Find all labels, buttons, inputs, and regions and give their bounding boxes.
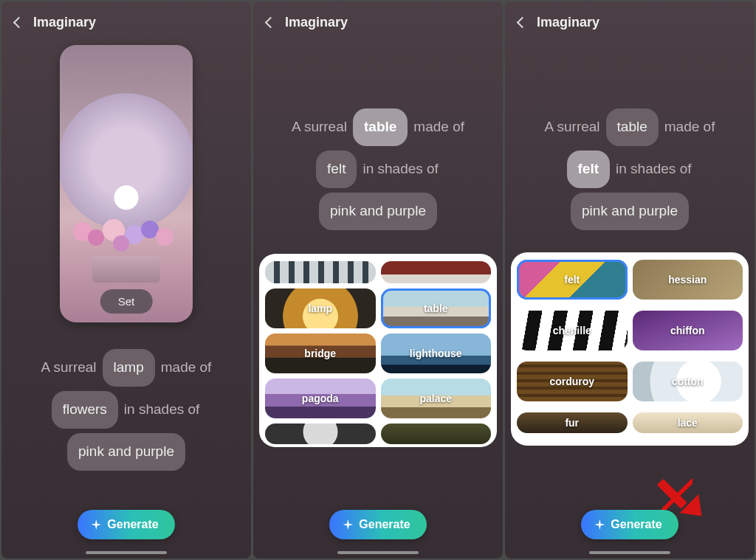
option-table[interactable]: table [381, 288, 492, 328]
home-indicator [86, 551, 167, 554]
option-partial[interactable] [265, 261, 376, 283]
prompt-sentence: A surreal table made of felt in shades o… [253, 108, 503, 230]
prompt-text: A surreal [290, 112, 348, 142]
option-label: lamp [308, 303, 332, 314]
prompt-text: made of [159, 353, 213, 383]
option-label: pagoda [302, 393, 339, 404]
option-label: cotton [672, 376, 704, 387]
back-icon[interactable] [517, 17, 529, 29]
screen-subject-picker: Imaginary A surreal table made of felt i… [253, 1, 503, 559]
option-fur[interactable]: fur [517, 412, 628, 433]
option-hessian[interactable]: hessian [633, 260, 743, 300]
option-bridge[interactable]: bridge [265, 333, 376, 373]
option-chenille[interactable]: chenille [517, 311, 628, 350]
app-title: Imaginary [285, 15, 348, 30]
prompt-text: made of [663, 112, 717, 142]
generate-button[interactable]: Generate [78, 510, 174, 539]
option-palace[interactable]: palace [381, 378, 492, 418]
prompt-sentence: A surreal table made of felt in shades o… [505, 108, 755, 230]
prompt-text: made of [412, 112, 466, 142]
option-corduroy[interactable]: corduroy [517, 362, 628, 401]
option-label: lighthouse [410, 348, 462, 359]
header: Imaginary [505, 1, 755, 38]
prompt-text: A surreal [543, 112, 602, 142]
option-cotton[interactable]: cotton [633, 362, 743, 401]
screen-material-picker: Imaginary A surreal table made of felt i… [505, 1, 755, 559]
option-label: chiffon [670, 325, 705, 336]
option-label: table [424, 303, 448, 314]
pill-material[interactable]: flowers [52, 391, 118, 429]
option-partial[interactable] [381, 424, 492, 444]
sparkle-icon [343, 519, 353, 530]
header: Imaginary [253, 1, 503, 38]
pill-colors[interactable]: pink and purple [319, 193, 437, 230]
pill-material[interactable]: felt [567, 151, 611, 188]
option-label: chenille [553, 325, 591, 336]
prompt-text: in shades of [614, 154, 693, 184]
pill-colors[interactable]: pink and purple [67, 433, 185, 471]
option-label: felt [564, 274, 580, 286]
prompt-sentence: A surreal lamp made of flowers in shades… [1, 349, 251, 471]
option-label: corduroy [549, 376, 594, 387]
option-label: palace [419, 393, 452, 404]
prompt-text: A surreal [40, 353, 98, 383]
option-partial[interactable] [381, 261, 492, 283]
generate-label: Generate [359, 518, 410, 531]
back-icon[interactable] [13, 17, 25, 29]
option-pagoda[interactable]: pagoda [265, 378, 376, 418]
option-felt[interactable]: felt [517, 260, 628, 300]
pill-colors[interactable]: pink and purple [571, 193, 689, 230]
material-option-grid: felt hessian chenille chiffon corduroy c… [511, 252, 749, 446]
generate-button[interactable]: Generate [329, 510, 426, 539]
sparkle-icon [91, 519, 101, 530]
option-label: bridge [304, 348, 336, 359]
option-label: fur [565, 417, 579, 429]
option-label: hessian [668, 274, 707, 286]
option-lace[interactable]: lace [633, 412, 743, 433]
subject-option-grid: lamp table bridge lighthouse pagoda pala… [259, 254, 497, 447]
generate-button[interactable]: Generate [581, 510, 678, 539]
sparkle-icon [594, 519, 605, 530]
generate-label: Generate [107, 518, 158, 531]
app-title: Imaginary [33, 15, 96, 30]
option-lamp[interactable]: lamp [265, 288, 376, 328]
home-indicator [337, 551, 419, 554]
prompt-text: in shades of [361, 154, 439, 184]
home-indicator [589, 551, 670, 554]
generate-label: Generate [611, 518, 662, 531]
option-label: lace [678, 417, 698, 429]
set-button[interactable]: Set [100, 289, 153, 314]
pill-material[interactable]: felt [316, 151, 357, 188]
option-chiffon[interactable]: chiffon [633, 311, 743, 350]
header: Imaginary [1, 1, 251, 38]
back-icon[interactable] [265, 17, 277, 29]
pill-subject[interactable]: lamp [103, 349, 155, 387]
prompt-text: in shades of [123, 395, 201, 425]
app-title: Imaginary [537, 15, 599, 30]
generated-image-preview[interactable]: Set [60, 45, 193, 322]
pill-subject[interactable]: table [606, 108, 659, 146]
option-partial[interactable] [265, 424, 376, 444]
pill-subject[interactable]: table [353, 108, 408, 146]
screen-preview: Imaginary Set A surreal lamp made of flo… [1, 1, 251, 559]
option-lighthouse[interactable]: lighthouse [381, 333, 492, 373]
